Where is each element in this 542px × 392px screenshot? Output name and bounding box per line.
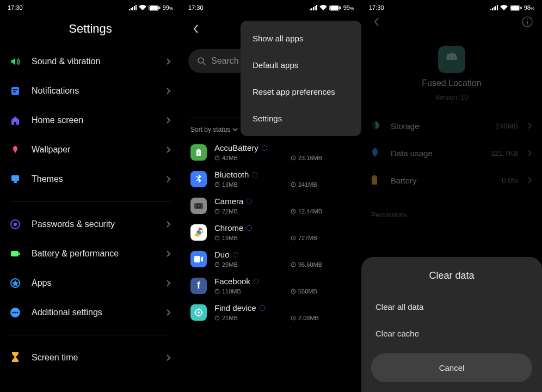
chevron-right-icon [167,250,171,257]
settings-item-home[interactable]: Home screen [10,106,171,135]
running-indicator-icon [233,252,238,258]
chevron-right-icon [528,150,532,156]
info-row-storage[interactable]: Storage 240MB [371,112,532,139]
app-time: 2.08MB [291,315,334,321]
app-row[interactable]: Duo 29MB 96.60MB [181,246,361,272]
app-meta: Find device 21MB 2.08MB [214,303,352,321]
status-bar: 17:30 99% [0,0,181,15]
settings-label: Themes [32,174,156,184]
settings-label: Passwords & security [32,219,156,229]
running-indicator-icon [262,145,267,151]
info-label: Battery [391,176,492,185]
settings-item-more[interactable]: Additional settings [10,298,171,327]
app-name: AccuBattery [214,143,258,152]
battery-icon [10,248,21,259]
batt-icon [371,175,381,185]
svg-point-49 [198,311,200,314]
wifi-icon [139,5,146,10]
svg-rect-18 [330,5,338,10]
svg-rect-2 [159,7,160,9]
sort-label: Sort by status [190,126,230,133]
settings-item-security[interactable]: Passwords & security [10,210,171,239]
cancel-button[interactable]: Cancel [371,353,532,382]
battery-icon [329,5,341,11]
settings-label: Wallpaper [32,145,156,155]
settings-item-battery[interactable]: Battery & performance [10,239,171,268]
settings-item-notif[interactable]: Notifications [10,76,171,106]
app-size: 110MB [214,288,258,295]
app-time: 12.44MB [291,208,334,215]
app-meta: Bluetooth 13MB 241MB [214,170,352,188]
menu-item[interactable]: Show all apps [241,25,361,52]
app-meta: AccuBattery 42MB 23.16MB [214,143,352,161]
menu-item[interactable]: Settings [241,105,361,132]
app-name: Facebook [214,277,250,286]
chevron-right-icon [528,177,532,183]
settings-label: Apps [32,278,156,288]
app-icon [438,46,465,73]
svg-rect-34 [217,209,218,211]
apps-list: AccuBattery 42MB 23.16MB Bluetooth [181,139,361,326]
svg-rect-62 [372,176,377,185]
menu-item[interactable]: Reset app preferences [241,78,361,105]
title-bar: Settings [0,15,181,47]
storage-icon [214,182,220,187]
dimmed-content: Fused Location Version: 10 Storage 240MB… [361,15,542,224]
signal-icon [129,5,137,10]
menu-item[interactable]: Default apps [241,52,361,78]
settings-label: Notifications [32,86,156,96]
info-row-batt[interactable]: Battery 0.0% [371,167,532,194]
app-size: 21MB [214,315,258,321]
sheet-title: Clear data [371,270,532,281]
settings-item-apps[interactable]: Apps [10,268,171,298]
app-time: 727MB [291,235,334,241]
settings-item-wallpaper[interactable]: Wallpaper [10,135,171,164]
app-icon: f [190,278,207,294]
running-indicator-icon [247,225,252,231]
storage-icon [371,121,381,131]
clear-cache-button[interactable]: Clear cache [371,320,532,347]
svg-rect-1 [149,5,158,10]
search-icon [197,57,206,65]
chevron-down-icon [232,128,238,131]
chevron-right-icon [167,354,171,361]
app-row[interactable]: Find device 21MB 2.08MB [181,299,361,326]
app-row[interactable]: f Facebook 110MB 550MB [181,272,361,299]
back-button[interactable] [370,15,383,28]
svg-rect-6 [11,175,19,181]
info-list: Storage 240MB Data usage 121.7KB Battery… [361,108,542,198]
back-button[interactable] [189,22,202,35]
app-size: 22MB [214,208,258,215]
notif-icon [10,85,21,96]
battery-icon [149,5,161,11]
settings-panel: 17:30 99% Settings Sound & vibration Not… [0,0,181,392]
app-size: 29MB [214,261,258,268]
info-icon [522,16,533,27]
app-row[interactable]: AccuBattery 42MB 23.16MB [181,139,361,166]
app-row[interactable]: Camera 22MB 12.44MB [181,192,361,219]
chevron-left-icon [193,24,199,33]
settings-item-themes[interactable]: Themes [10,164,171,194]
storage-icon [214,209,220,214]
settings-item-sound[interactable]: Sound & vibration [10,47,171,76]
status-bar: 17:30 99% [181,0,361,15]
wallpaper-icon [10,144,21,155]
info-button[interactable] [521,16,533,28]
svg-rect-7 [14,181,17,183]
app-row[interactable]: Chrome 19MB 727MB [181,219,361,246]
clock-icon [291,182,296,187]
info-row-data[interactable]: Data usage 121.7KB [371,139,532,167]
chevron-right-icon [528,122,532,129]
app-info-version: Version: 10 [435,94,468,101]
settings-item-hourglass[interactable]: Screen time [10,343,171,372]
signal-icon [490,5,498,10]
info-value: 121.7KB [491,149,518,157]
settings-group-2: Passwords & security Battery & performan… [10,210,171,327]
clear-all-data-button[interactable]: Clear all data [371,293,532,320]
app-name: Camera [214,197,243,206]
android-icon [444,52,459,67]
status-time: 17:30 [188,4,204,11]
info-label: Data usage [391,149,481,158]
app-meta: Chrome 19MB 727MB [214,223,352,241]
app-row[interactable]: Bluetooth 13MB 241MB [181,166,361,192]
